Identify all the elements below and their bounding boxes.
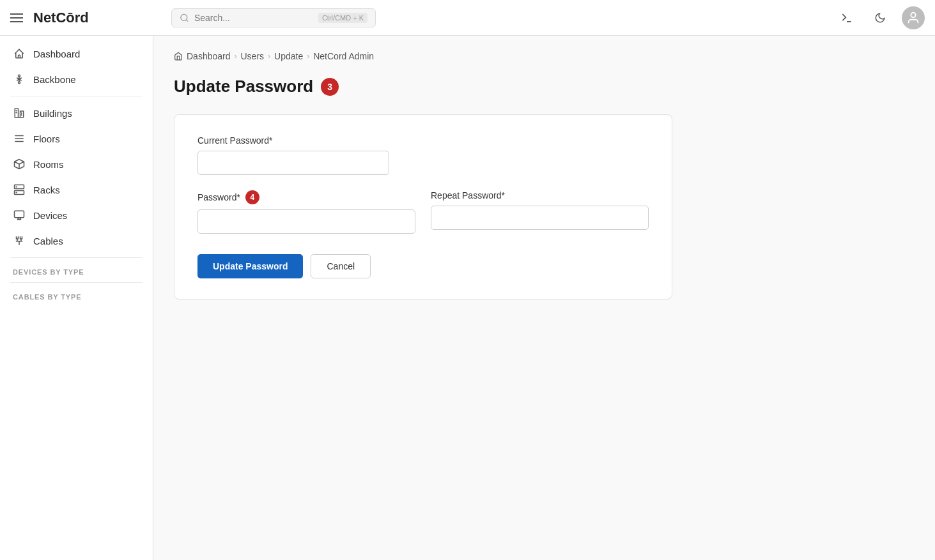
search-shortcut: Ctrl/CMD + K	[318, 13, 367, 23]
breadcrumb-dashboard[interactable]: Dashboard	[187, 51, 231, 61]
form-card: Current Password* Password* 4 Repeat Pas…	[174, 114, 672, 299]
top-nav: NetCōrd Ctrl/CMD + K	[0, 0, 935, 36]
repeat-password-input[interactable]	[431, 206, 649, 230]
current-password-group: Current Password*	[197, 135, 649, 175]
app-name: NetCōrd	[33, 10, 89, 26]
sidebar-label-cables: Cables	[33, 236, 63, 246]
dashboard-icon	[13, 47, 26, 60]
breadcrumb-sep-2: ›	[268, 52, 270, 61]
password-input[interactable]	[197, 209, 415, 234]
sidebar-item-buildings[interactable]: Buildings	[0, 100, 153, 126]
password-label: Password*	[197, 192, 240, 202]
sidebar-label-backbone: Backbone	[33, 74, 76, 85]
main-content: Dashboard › Users › Update › NetCord Adm…	[153, 36, 935, 560]
password-label-row: Password* 4	[197, 190, 415, 204]
svg-rect-12	[20, 111, 24, 117]
password-row: Password* 4 Repeat Password*	[197, 190, 649, 249]
current-password-label: Current Password*	[197, 135, 649, 146]
section-devices-by-type: DEVICES BY TYPE	[0, 262, 153, 278]
svg-rect-26	[15, 211, 24, 218]
repeat-password-group: Repeat Password*	[431, 190, 649, 234]
racks-icon	[13, 183, 26, 196]
svg-point-3	[911, 12, 915, 17]
buildings-icon	[13, 107, 26, 119]
sidebar-item-cables[interactable]: Cables	[0, 228, 153, 254]
app-logo: NetCōrd	[33, 10, 161, 26]
devices-icon	[13, 209, 26, 222]
search-icon	[180, 13, 189, 23]
svg-point-4	[19, 75, 20, 77]
breadcrumb: Dashboard › Users › Update › NetCord Adm…	[174, 51, 915, 61]
layout: Dashboard Backbone Buildings Floors	[0, 36, 935, 560]
repeat-password-label: Repeat Password*	[431, 190, 649, 201]
section-cables-by-type: CABLES BY TYPE	[0, 287, 153, 303]
user-icon	[906, 11, 920, 25]
breadcrumb-sep-1: ›	[235, 52, 237, 61]
terminal-button[interactable]	[835, 6, 858, 29]
page-title-row: Update Password 3	[174, 77, 915, 96]
sidebar-item-rooms[interactable]: Rooms	[0, 151, 153, 177]
cancel-button[interactable]: Cancel	[311, 254, 371, 278]
sidebar: Dashboard Backbone Buildings Floors	[0, 36, 153, 560]
sidebar-divider-3	[10, 282, 143, 283]
sidebar-item-dashboard[interactable]: Dashboard	[0, 41, 153, 66]
sidebar-item-racks[interactable]: Racks	[0, 177, 153, 202]
submit-button[interactable]: Update Password	[197, 254, 303, 278]
backbone-icon	[13, 73, 26, 86]
topnav-right	[835, 6, 925, 29]
rooms-icon	[13, 158, 26, 170]
sidebar-label-dashboard: Dashboard	[33, 49, 80, 59]
terminal-icon	[840, 11, 853, 24]
breadcrumb-users[interactable]: Users	[241, 51, 265, 61]
breadcrumb-update[interactable]: Update	[274, 51, 303, 61]
sidebar-label-rooms: Rooms	[33, 159, 64, 170]
floors-icon	[13, 132, 26, 145]
title-badge: 3	[321, 78, 339, 96]
menu-toggle[interactable]	[10, 13, 23, 22]
svg-point-5	[19, 82, 20, 84]
current-password-input[interactable]	[197, 151, 389, 175]
form-buttons: Update Password Cancel	[197, 254, 649, 278]
moon-icon	[874, 12, 886, 24]
sidebar-label-racks: Racks	[33, 185, 60, 195]
search-input[interactable]	[194, 13, 313, 23]
password-group: Password* 4	[197, 190, 415, 234]
breadcrumb-netcord-admin[interactable]: NetCord Admin	[313, 51, 374, 61]
darkmode-button[interactable]	[869, 6, 892, 29]
svg-point-0	[181, 14, 187, 20]
sidebar-label-devices: Devices	[33, 210, 67, 221]
sidebar-item-backbone[interactable]: Backbone	[0, 66, 153, 92]
breadcrumb-home-icon	[174, 52, 183, 61]
breadcrumb-sep-3: ›	[307, 52, 309, 61]
cables-icon	[13, 234, 26, 247]
password-badge: 4	[245, 190, 259, 204]
sidebar-label-floors: Floors	[33, 133, 60, 144]
sidebar-divider-2	[10, 257, 143, 258]
sidebar-item-devices[interactable]: Devices	[0, 202, 153, 228]
sidebar-divider-1	[10, 96, 143, 96]
sidebar-label-buildings: Buildings	[33, 108, 72, 119]
search-bar[interactable]: Ctrl/CMD + K	[171, 8, 376, 27]
page-title: Update Password	[174, 77, 313, 96]
sidebar-item-floors[interactable]: Floors	[0, 126, 153, 151]
svg-line-1	[186, 19, 188, 21]
avatar[interactable]	[902, 6, 925, 29]
